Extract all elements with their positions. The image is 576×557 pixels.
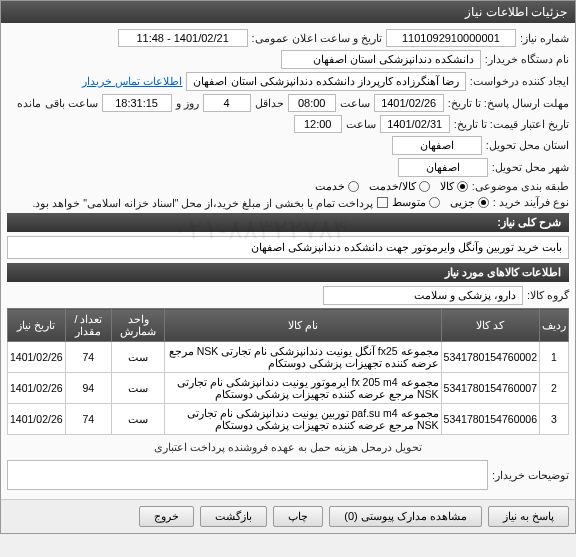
attachments-button[interactable]: مشاهده مدارک پیوستی (0) [329,506,482,527]
proc-label: نوع فرآیند خرید : [493,196,569,209]
treasury-checkbox[interactable] [377,197,388,208]
content-area: شماره نیاز: 1101092910000001 تاریخ و ساع… [1,23,575,499]
exit-button[interactable]: خروج [139,506,194,527]
radio-icon [478,197,489,208]
cell-code: 5341780154760002 [441,342,539,373]
buyer-note-label: توضیحات خریدار: [492,469,569,482]
class-radio-group: کالا کالا/خدمت خدمت [315,180,468,193]
class-label: طبقه بندی موضوعی: [472,180,569,193]
items-table: ردیف کد کالا نام کالا واحد شمارش تعداد /… [7,308,569,435]
valid-time: 12:00 [294,115,342,133]
cell-name: مجموعه paf.su m4 توربین یونیت دندانپزشکی… [165,404,442,435]
cell-name: مجموعه fx 205 m4 ایرموتور یونیت دندانپزش… [165,373,442,404]
buyer-note-text: تحویل درمحل هزینه حمل به عهده فروشنده پر… [7,441,569,454]
buyer-value: دانشکده دندانپزشکی استان اصفهان [281,50,481,69]
cell-date: 1401/02/26 [8,404,66,435]
th-index: ردیف [540,309,569,342]
cell-date: 1401/02/26 [8,373,66,404]
cell-qty: 74 [65,342,111,373]
deadline-date: 1401/02/26 [374,94,444,112]
deadline-time: 08:00 [288,94,336,112]
desc-title-value: بابت خرید توربین وآنگل وایرموتور جهت دان… [7,236,569,259]
radio-icon [348,181,359,192]
creator-value: رضا آهنگرزاده کارپرداز دانشکده دندانپزشک… [186,72,465,91]
time-label-1: ساعت [340,97,370,110]
table-header-row: ردیف کد کالا نام کالا واحد شمارش تعداد /… [8,309,569,342]
table-row[interactable]: 15341780154760002مجموعه fx25 آنگل یونیت … [8,342,569,373]
cell-unit: ست [112,342,165,373]
print-button[interactable]: چاپ [273,506,323,527]
buyer-note-box [7,460,488,490]
cell-name: مجموعه fx25 آنگل یونیت دندانپزشکی نام تج… [165,342,442,373]
group-value: دارو، پزشکی و سلامت [323,286,523,305]
loc-value: اصفهان [392,136,482,155]
remaining-time: 18:31:15 [102,94,172,112]
class-opt-service[interactable]: خدمت [315,180,359,193]
buyer-label: نام دستگاه خریدار: [485,53,569,66]
th-date: تاریخ نیاز [8,309,66,342]
radio-icon [429,197,440,208]
creator-label: ایجاد کننده درخواست: [470,75,569,88]
proc-note: پرداخت تمام یا بخشی از مبلغ خرید،از محل … [32,197,372,209]
req-no-value: 1101092910000001 [386,29,516,47]
cell-unit: ست [112,404,165,435]
dialog-window: جزئیات اطلاعات نیاز شماره نیاز: 11010929… [0,0,576,534]
table-row[interactable]: 35341780154760006مجموعه paf.su m4 توربین… [8,404,569,435]
time-label-2: ساعت [346,118,376,131]
radio-icon [457,181,468,192]
th-unit: واحد شمارش [112,309,165,342]
items-section-bar: اطلاعات کالاهای مورد نیاز [7,263,569,282]
proc-opt-medium[interactable]: متوسط [392,196,440,209]
ann-dt-label: تاریخ و ساعت اعلان عمومی: [252,32,382,45]
back-button[interactable]: بازگشت [200,506,267,527]
city-value: اصفهان [398,158,488,177]
reply-button[interactable]: پاسخ به نیاز [488,506,569,527]
radio-icon [419,181,430,192]
contact-link[interactable]: اطلاعات تماس خریدار [82,75,182,88]
table-row[interactable]: 25341780154760007مجموعه fx 205 m4 ایرموت… [8,373,569,404]
group-label: گروه کالا: [527,289,569,302]
cell-qty: 94 [65,373,111,404]
city-label: شهر محل تحویل: [492,161,569,174]
cell-qty: 74 [65,404,111,435]
deadline-days-after: روز و [176,97,199,110]
class-opt-goods[interactable]: کالا [440,180,468,193]
class-opt-goods-service[interactable]: کالا/خدمت [369,180,430,193]
req-no-label: شماره نیاز: [520,32,569,45]
button-bar: پاسخ به نیاز مشاهده مدارک پیوستی (0) چاپ… [1,499,575,533]
th-name: نام کالا [165,309,442,342]
valid-label: تاریخ اعتبار قیمت: تا تاریخ: [454,118,569,131]
cell-unit: ست [112,373,165,404]
window-title: جزئیات اطلاعات نیاز [1,1,575,23]
th-qty: تعداد / مقدار [65,309,111,342]
proc-radio-group: جزیی متوسط [392,196,489,209]
remaining-after: ساعت باقی مانده [17,97,97,110]
deadline-days: 4 [203,94,251,112]
deadline-days-label: حداقل [255,97,284,110]
cell-index: 1 [540,342,569,373]
ann-dt-value: 1401/02/21 - 11:48 [118,29,248,47]
valid-date: 1401/02/31 [380,115,450,133]
proc-opt-minor[interactable]: جزیی [450,196,489,209]
cell-code: 5341780154760006 [441,404,539,435]
desc-title-label: شرح کلی نیاز: [7,213,569,232]
cell-date: 1401/02/26 [8,342,66,373]
th-code: کد کالا [441,309,539,342]
deadline-label: مهلت ارسال پاسخ: تا تاریخ: [448,97,569,110]
cell-code: 5341780154760007 [441,373,539,404]
cell-index: 3 [540,404,569,435]
loc-label: استان محل تحویل: [486,139,569,152]
cell-index: 2 [540,373,569,404]
